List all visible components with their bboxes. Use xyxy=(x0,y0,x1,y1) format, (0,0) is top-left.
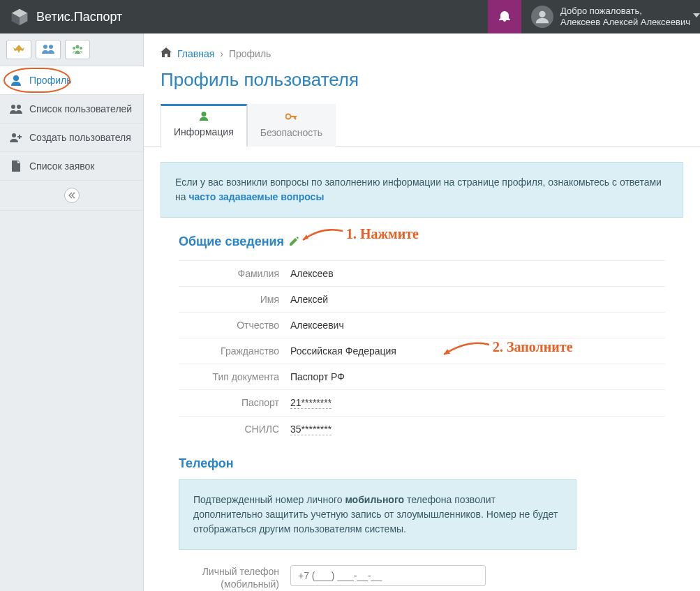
field-value: Алексей xyxy=(290,294,328,305)
tab-security[interactable]: Безопасность xyxy=(247,104,336,147)
sidebar-item-profile[interactable]: Профиль xyxy=(0,66,143,95)
sidebar-item-label: Создать пользователя xyxy=(29,132,131,143)
pencil-icon xyxy=(290,234,299,248)
svg-point-8 xyxy=(80,47,82,50)
chevron-right-icon: › xyxy=(220,48,223,59)
svg-point-10 xyxy=(11,105,15,109)
sidebar-item-requests[interactable]: Список заявок xyxy=(0,152,143,181)
svg-point-11 xyxy=(17,105,21,109)
phone-input-label: Личный телефон (мобильный) xyxy=(179,565,290,590)
field-label: СНИЛС xyxy=(179,424,290,435)
sidebar-item-label: Список заявок xyxy=(29,160,94,172)
users-icon xyxy=(10,104,22,114)
field-value: Алексеевич xyxy=(290,320,344,331)
field-value: Российская Федерация xyxy=(290,345,396,357)
field-doctype: Тип документа Паспорт РФ xyxy=(179,364,665,389)
field-snils: СНИЛС 35******** xyxy=(179,416,665,442)
phone-banner: Подтвержденный номер личного мобильного … xyxy=(179,479,576,550)
field-firstname: Имя Алексей xyxy=(179,286,665,312)
sidebar-item-user-list[interactable]: Список пользователей xyxy=(0,95,143,124)
field-label: Фамилия xyxy=(179,268,290,279)
field-lastname: Фамилия Алексеев xyxy=(179,260,665,286)
edit-button[interactable] xyxy=(290,234,299,249)
notifications-button[interactable] xyxy=(488,0,521,33)
users-icon xyxy=(42,44,54,56)
filter-button-group[interactable] xyxy=(65,40,90,59)
phone-banner-text-a: Подтвержденный номер личного xyxy=(193,494,345,505)
sidebar: Профиль Список пользователей Создать пол… xyxy=(0,33,144,591)
phone-banner-bold: мобильного xyxy=(345,494,404,505)
field-value: Паспорт РФ xyxy=(290,371,345,382)
phone-input-row: Личный телефон (мобильный) xyxy=(179,565,665,590)
main-content: Главная › Профиль Профиль пользователя И… xyxy=(144,33,700,591)
caret-down-icon xyxy=(693,10,700,21)
tabs: Информация Безопасность xyxy=(144,103,700,147)
filter-toolbar xyxy=(0,33,143,66)
section-general: Общие сведения 1. Нажмите 2. Заполните Ф… xyxy=(179,234,665,590)
user-name: Алексеев Алексей Алексеевич xyxy=(560,17,690,28)
document-icon xyxy=(10,160,22,172)
faq-link[interactable]: часто задаваемые вопросы xyxy=(188,191,324,202)
svg-point-4 xyxy=(43,45,47,49)
tab-label: Безопасность xyxy=(260,127,322,138)
section-phone-title: Телефон xyxy=(179,456,665,471)
filter-button-eagle[interactable] xyxy=(6,40,31,59)
svg-point-7 xyxy=(73,47,75,50)
field-citizenship: Гражданство Российская Федерация xyxy=(179,338,665,364)
user-icon xyxy=(199,111,209,124)
field-value: Алексеев xyxy=(290,268,334,279)
field-value: 35******** xyxy=(290,424,332,435)
svg-point-9 xyxy=(13,75,19,81)
field-value: 21******** xyxy=(290,397,332,409)
phone-label-a: Личный телефон xyxy=(202,566,279,577)
field-passport: Паспорт 21******** xyxy=(179,389,665,416)
user-menu[interactable]: Добро пожаловать, Алексеев Алексей Алекс… xyxy=(521,6,700,28)
field-label: Тип документа xyxy=(179,371,290,382)
svg-point-13 xyxy=(201,112,206,117)
home-icon xyxy=(161,47,172,59)
logo-block: Ветис.Паспорт xyxy=(0,7,132,27)
svg-point-3 xyxy=(539,11,545,17)
sidebar-item-create-user[interactable]: Создать пользователя xyxy=(0,124,143,152)
section-general-title: Общие сведения xyxy=(179,234,284,249)
chevron-left-double-icon xyxy=(68,190,75,201)
user-plus-icon xyxy=(10,133,22,142)
key-icon xyxy=(285,112,297,124)
phone-input[interactable] xyxy=(290,565,486,586)
faq-banner: Если у вас возникли вопросы по заполнени… xyxy=(161,162,683,218)
tab-label: Информация xyxy=(174,126,234,137)
breadcrumb-current: Профиль xyxy=(229,48,271,59)
bell-icon xyxy=(499,10,510,24)
tab-information[interactable]: Информация xyxy=(161,104,247,147)
filter-button-users[interactable] xyxy=(36,40,61,59)
svg-point-5 xyxy=(49,45,53,49)
eagle-icon xyxy=(13,44,25,56)
breadcrumb-home-link[interactable]: Главная xyxy=(177,48,214,59)
svg-point-6 xyxy=(76,45,80,48)
user-icon xyxy=(10,75,22,86)
field-label: Гражданство xyxy=(179,345,290,357)
page-title: Профиль пользователя xyxy=(144,69,700,103)
svg-point-12 xyxy=(12,133,16,137)
avatar-icon xyxy=(531,6,553,28)
collapse-sidebar-button[interactable] xyxy=(64,188,80,203)
breadcrumb: Главная › Профиль xyxy=(144,33,700,69)
group-icon xyxy=(71,44,84,56)
welcome-text: Добро пожаловать, xyxy=(560,6,690,17)
field-label: Имя xyxy=(179,294,290,305)
collapse-row xyxy=(0,181,143,211)
topbar: Ветис.Паспорт Добро пожаловать, Алексеев… xyxy=(0,0,700,33)
phone-label-b: (мобильный) xyxy=(221,578,279,590)
sidebar-item-label: Список пользователей xyxy=(29,103,132,114)
field-patronymic: Отчество Алексеевич xyxy=(179,312,665,338)
sidebar-item-label: Профиль xyxy=(29,75,71,86)
app-title: Ветис.Паспорт xyxy=(36,10,122,24)
svg-point-14 xyxy=(286,114,291,119)
field-label: Отчество xyxy=(179,320,290,331)
field-label: Паспорт xyxy=(179,397,290,409)
logo-cube-icon xyxy=(10,7,29,27)
